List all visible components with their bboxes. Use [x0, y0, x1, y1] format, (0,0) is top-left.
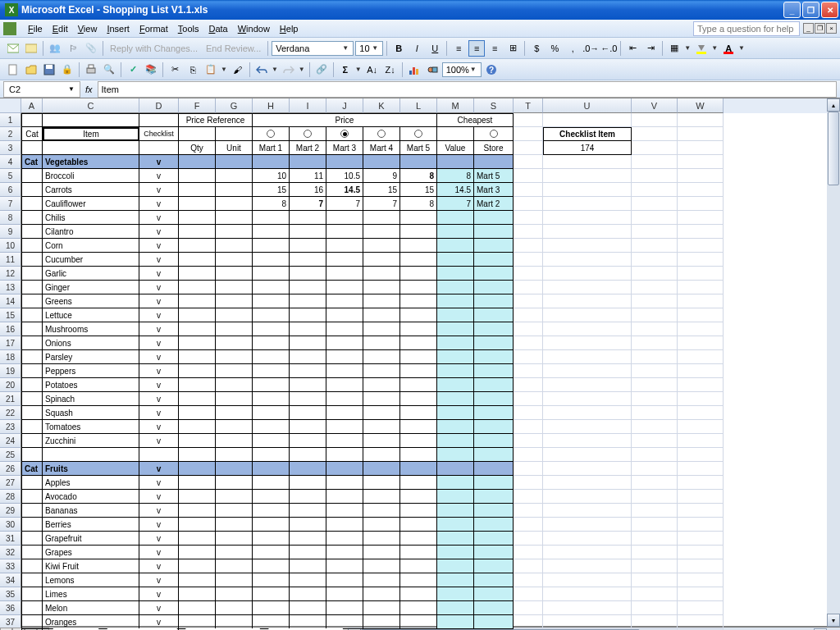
cell[interactable] [290, 559, 326, 573]
cell[interactable] [474, 253, 514, 267]
cell[interactable] [437, 392, 474, 406]
cell[interactable] [678, 476, 724, 490]
cell[interactable] [514, 573, 543, 587]
cell[interactable] [632, 546, 678, 559]
cell[interactable] [216, 504, 253, 518]
cell[interactable]: 174 [543, 141, 632, 155]
cell[interactable] [632, 113, 678, 127]
cell[interactable] [514, 225, 543, 239]
row-header-7[interactable]: 7 [0, 197, 21, 211]
cell[interactable]: Mart 2 [290, 141, 326, 155]
cell[interactable] [400, 322, 437, 336]
research-button[interactable]: 📚 [143, 62, 159, 78]
cell[interactable] [43, 448, 139, 462]
cell[interactable] [363, 601, 400, 615]
cell[interactable] [253, 448, 290, 462]
row-header-1[interactable]: 1 [0, 113, 21, 127]
cell[interactable] [216, 462, 253, 476]
cell[interactable] [363, 462, 400, 476]
cell[interactable]: v [139, 225, 179, 239]
cell[interactable] [437, 239, 474, 253]
cell[interactable] [253, 420, 290, 434]
row-header-19[interactable]: 19 [0, 364, 21, 378]
cell[interactable]: Melon [43, 601, 139, 615]
cell[interactable] [179, 267, 216, 281]
cell[interactable] [21, 615, 43, 629]
cell[interactable] [326, 211, 363, 225]
cell[interactable] [437, 559, 474, 573]
cell[interactable] [326, 490, 363, 504]
cell[interactable]: 7 [290, 197, 326, 211]
cell[interactable]: 8 [400, 197, 437, 211]
cell[interactable] [632, 364, 678, 378]
cell[interactable] [253, 573, 290, 587]
cell[interactable] [543, 322, 632, 336]
cell[interactable] [363, 267, 400, 281]
cell[interactable] [514, 281, 543, 294]
cell[interactable] [363, 364, 400, 378]
cell[interactable] [290, 211, 326, 225]
cell[interactable] [437, 294, 474, 308]
cell[interactable] [216, 239, 253, 253]
cell[interactable] [437, 155, 474, 169]
cell[interactable] [21, 504, 43, 518]
col-header-S[interactable]: S [474, 98, 514, 113]
cell[interactable] [290, 308, 326, 322]
undo-dropdown[interactable]: ▼ [271, 66, 279, 73]
scroll-down-button[interactable]: ▾ [827, 614, 840, 627]
cell[interactable]: 16 [290, 183, 326, 197]
cell[interactable] [474, 573, 514, 587]
cell[interactable] [326, 462, 363, 476]
fx-button[interactable]: fx [80, 84, 98, 94]
cell[interactable] [216, 378, 253, 392]
cell[interactable] [216, 322, 253, 336]
cell[interactable]: Greens [43, 294, 139, 308]
cell[interactable]: v [139, 197, 179, 211]
cell[interactable] [216, 350, 253, 364]
menu-format[interactable]: Format [135, 21, 173, 36]
cell[interactable]: v [139, 322, 179, 336]
align-left-button[interactable]: ≡ [450, 40, 467, 57]
cell[interactable]: v [139, 350, 179, 364]
cell[interactable] [400, 281, 437, 294]
col-header-I[interactable]: I [290, 98, 326, 113]
cell[interactable]: Price Reference [179, 113, 253, 127]
mdi-minimize-button[interactable]: _ [803, 23, 814, 34]
cell[interactable] [363, 504, 400, 518]
cell[interactable] [179, 239, 216, 253]
cell[interactable] [216, 476, 253, 490]
cell[interactable] [216, 336, 253, 350]
cell[interactable]: Ginger [43, 281, 139, 294]
cell[interactable] [543, 406, 632, 420]
cell[interactable] [326, 350, 363, 364]
cell[interactable] [290, 322, 326, 336]
cell[interactable]: Cat [21, 462, 43, 476]
row-header-23[interactable]: 23 [0, 420, 21, 434]
mart-radio-1[interactable] [267, 130, 275, 138]
store-radio[interactable] [490, 130, 498, 138]
cell[interactable]: Item [43, 127, 139, 141]
font-select[interactable]: Verdana▼ [272, 41, 354, 56]
cell[interactable] [400, 587, 437, 601]
reply-changes-button[interactable]: Reply with Changes... [107, 43, 201, 53]
cell[interactable] [179, 253, 216, 267]
row-header-29[interactable]: 29 [0, 504, 21, 518]
cell[interactable] [437, 308, 474, 322]
cell[interactable] [363, 281, 400, 294]
paste-button[interactable]: 📋 [203, 62, 219, 78]
cell[interactable] [514, 141, 543, 155]
cell[interactable] [678, 518, 724, 532]
autosum-button[interactable]: Σ [337, 62, 354, 78]
cell[interactable] [543, 448, 632, 462]
cell[interactable] [678, 364, 724, 378]
cell[interactable] [216, 559, 253, 573]
cell[interactable] [543, 267, 632, 281]
row-header-15[interactable]: 15 [0, 308, 21, 322]
cell[interactable]: Oranges [43, 615, 139, 629]
col-header-K[interactable]: K [363, 98, 400, 113]
col-header-F[interactable]: F [179, 98, 216, 113]
cell[interactable] [290, 518, 326, 532]
cell[interactable] [216, 197, 253, 211]
cell[interactable] [253, 155, 290, 169]
cell[interactable] [326, 253, 363, 267]
